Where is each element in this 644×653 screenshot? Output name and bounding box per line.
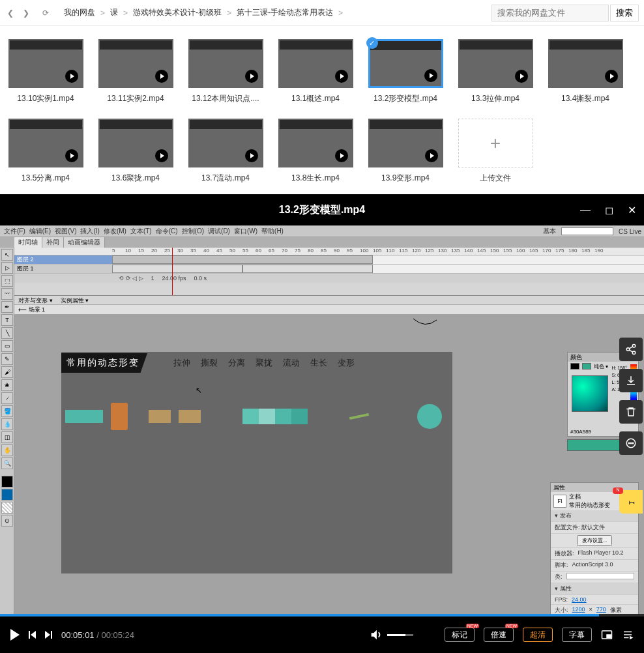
pen-tool-icon[interactable]: ✒ xyxy=(1,301,13,313)
menu-item[interactable]: 文本(T) xyxy=(130,227,152,236)
search-help-input[interactable] xyxy=(561,227,613,235)
shape-separate-1[interactable] xyxy=(149,410,171,423)
file-thumbnail[interactable] xyxy=(98,39,173,88)
file-item[interactable]: 13.6聚拢.mp4 xyxy=(96,119,175,184)
shape-flow[interactable] xyxy=(349,413,369,420)
nav-back-icon[interactable]: ❮ xyxy=(5,8,16,18)
motion-editor-tab[interactable]: 动画编辑器 xyxy=(64,237,105,248)
breadcrumb-item[interactable]: 我的网盘 xyxy=(64,7,95,18)
file-thumbnail[interactable] xyxy=(8,39,83,88)
eraser-tool-icon[interactable]: ◫ xyxy=(1,431,13,443)
menu-item[interactable]: 文件(F) xyxy=(4,227,25,236)
file-thumbnail[interactable] xyxy=(368,119,443,167)
shape-tear[interactable] xyxy=(111,403,128,430)
file-thumbnail[interactable] xyxy=(188,119,263,167)
menu-item[interactable]: 修改(M) xyxy=(104,227,126,236)
publish-settings-button[interactable]: 发布设置... xyxy=(577,535,613,546)
instance-dropdown[interactable]: 实例属性 ▾ xyxy=(61,297,89,304)
pin-icon[interactable]: N xyxy=(619,490,643,514)
script-value[interactable]: ActionScript 3.0 xyxy=(572,561,613,570)
swap-color-icon[interactable] xyxy=(1,502,13,514)
fps-value[interactable]: 24.00 xyxy=(572,596,587,603)
stage[interactable]: 常用的动态形变 拉伸撕裂分离聚拢流动生长变形 ↖ xyxy=(61,352,452,573)
file-thumbnail[interactable] xyxy=(548,39,623,88)
timeline-ruler[interactable]: 5101520253035404550556065707580859095100… xyxy=(14,248,644,255)
upload-thumb[interactable]: + xyxy=(458,119,533,167)
fill-color-swatch[interactable] xyxy=(1,489,13,501)
eyedropper-tool-icon[interactable]: 💧 xyxy=(1,418,13,430)
color-type[interactable]: 纯色 ▾ xyxy=(594,363,608,370)
color-picker[interactable] xyxy=(572,375,608,412)
tween-tab[interactable]: 补间 xyxy=(42,237,64,248)
search-button[interactable]: 搜索 xyxy=(610,5,639,22)
menu-item[interactable]: 窗口(W) xyxy=(234,227,257,236)
file-item[interactable]: 13.9变形.mp4 xyxy=(366,119,445,184)
menu-item[interactable]: 编辑(E) xyxy=(29,227,51,236)
file-thumbnail[interactable] xyxy=(8,119,83,167)
player-value[interactable]: Flash Player 10.2 xyxy=(578,549,624,558)
bucket-tool-icon[interactable]: 🪣 xyxy=(1,405,13,417)
layer-name[interactable]: 图层 2 xyxy=(14,255,112,264)
timeline-layer[interactable]: 图层 2 xyxy=(14,255,644,265)
timeline-tab[interactable]: 时间轴 xyxy=(14,237,42,248)
search-input[interactable] xyxy=(491,5,609,22)
file-item[interactable]: 13.11实例2.mp4 xyxy=(96,39,175,104)
class-input[interactable] xyxy=(566,573,634,579)
breadcrumb-item[interactable]: 游戏特效美术设计-初级班 xyxy=(133,7,222,18)
volume-icon[interactable] xyxy=(369,628,413,642)
scene-label[interactable]: ⟵ 场景 1 xyxy=(18,306,45,314)
file-thumbnail[interactable] xyxy=(98,119,173,167)
prev-button[interactable] xyxy=(29,631,36,639)
pencil-tool-icon[interactable]: ✎ xyxy=(1,353,13,365)
file-item[interactable]: 13.10实例1.mp4 xyxy=(7,39,85,104)
file-item[interactable]: 13.8生长.mp4 xyxy=(276,119,355,184)
file-thumbnail[interactable] xyxy=(188,39,263,88)
menu-item[interactable]: 命令(C) xyxy=(156,227,178,236)
subtitle-button[interactable]: 字幕 xyxy=(562,628,592,642)
free-transform-icon[interactable]: ⬚ xyxy=(1,275,13,287)
workspace-selector[interactable]: 基本 xyxy=(543,227,556,236)
canvas-area[interactable]: 常用的动态形变 拉伸撕裂分离聚拢流动生长变形 ↖ xyxy=(14,314,644,614)
file-thumbnail[interactable]: ✓ xyxy=(368,39,443,88)
size-w[interactable]: 1200 xyxy=(572,606,585,614)
file-item[interactable]: ✓13.2形变模型.mp4 xyxy=(366,39,445,104)
file-item[interactable]: 13.12本周知识点.... xyxy=(186,39,265,104)
delete-icon[interactable] xyxy=(619,400,643,424)
menu-item[interactable]: 视图(V) xyxy=(55,227,76,236)
upload-tile[interactable]: +上传文件 xyxy=(456,119,534,184)
next-button[interactable] xyxy=(45,631,52,639)
close-icon[interactable]: ✕ xyxy=(628,204,636,216)
file-item[interactable]: 13.3拉伸.mp4 xyxy=(456,39,534,104)
menu-item[interactable]: 插入(I) xyxy=(80,227,99,236)
playlist-icon[interactable] xyxy=(622,629,634,641)
cslive-button[interactable]: CS Live xyxy=(619,228,641,235)
bone-tool-icon[interactable]: ⟋ xyxy=(1,392,13,404)
shape-gather[interactable] xyxy=(242,409,308,424)
pip-icon[interactable] xyxy=(601,629,613,641)
snap-option-icon[interactable]: ⊙ xyxy=(1,515,13,527)
playhead[interactable] xyxy=(172,248,173,295)
menu-item[interactable]: 控制(O) xyxy=(182,227,204,236)
shape-separate-2[interactable] xyxy=(179,410,201,423)
file-item[interactable]: 13.1概述.mp4 xyxy=(276,39,355,104)
selection-tool-icon[interactable]: ↖ xyxy=(1,249,13,261)
line-tool-icon[interactable]: ╲ xyxy=(1,327,13,339)
file-thumbnail[interactable] xyxy=(278,39,353,88)
layer-track[interactable] xyxy=(112,255,644,264)
layer-track[interactable] xyxy=(112,265,644,273)
deco-tool-icon[interactable]: ❀ xyxy=(1,379,13,391)
quality-button[interactable]: 超清 xyxy=(523,628,553,642)
fill-swatch-icon[interactable] xyxy=(582,363,591,370)
stroke-swatch-icon[interactable] xyxy=(570,363,579,370)
play-button[interactable] xyxy=(10,629,20,641)
menu-item[interactable]: 调试(D) xyxy=(208,227,230,236)
hand-tool-icon[interactable]: ✋ xyxy=(1,444,13,456)
props-section[interactable]: ▾ 属性 xyxy=(551,583,638,595)
breadcrumb-item[interactable]: 第十三课-手绘动态常用表达 xyxy=(237,7,333,18)
subselect-tool-icon[interactable]: ▷ xyxy=(1,262,13,274)
shape-stretch[interactable] xyxy=(65,410,103,423)
file-item[interactable]: 13.5分离.mp4 xyxy=(7,119,85,184)
nav-forward-icon[interactable]: ❯ xyxy=(21,8,31,18)
file-item[interactable]: 13.4撕裂.mp4 xyxy=(546,39,624,104)
onion-skin-icon[interactable]: ⟲ ⟳ ◁ ▷ xyxy=(119,275,143,282)
